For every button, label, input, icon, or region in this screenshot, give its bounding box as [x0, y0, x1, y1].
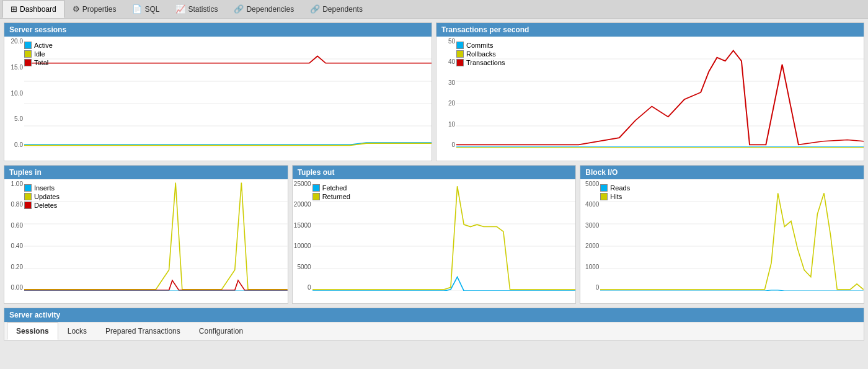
transactions-svg-area: [456, 37, 864, 148]
block-io-legend: Reads Hits: [600, 184, 630, 200]
tab-sql[interactable]: 📄 SQL: [124, 0, 167, 18]
tuples-in-svg: [24, 179, 288, 291]
tuples-in-y-axis: 1.00 0.80 0.60 0.40 0.20 0.00: [4, 179, 24, 291]
tuples-out-svg: [312, 179, 576, 291]
legend-deletes-box: [24, 202, 32, 209]
tab-dashboard-label: Dashboard: [20, 5, 56, 14]
legend-fetched-box: [312, 184, 320, 192]
legend-hits-box: [600, 193, 608, 200]
block-io-svg: [600, 179, 864, 291]
charts-bottom-row: Tuples in 1.00 0.80 0.60 0.40 0.20 0.00 …: [4, 165, 864, 304]
legend-reads: Reads: [600, 184, 630, 192]
tuples-in-panel: Tuples in 1.00 0.80 0.60 0.40 0.20 0.00 …: [4, 165, 288, 304]
dependents-icon: 🔗: [310, 4, 320, 14]
server-sessions-body: 20.0 15.0 10.0 5.0 0.0 Active Idle: [4, 37, 432, 161]
tab-dependencies[interactable]: 🔗 Dependencies: [226, 0, 302, 18]
tab-dashboard[interactable]: ⊞ Dashboard: [2, 0, 64, 18]
legend-hits: Hits: [600, 193, 630, 200]
legend-active: Active: [24, 42, 53, 49]
block-io-title: Block I/O: [585, 168, 618, 177]
main-content: Server sessions 20.0 15.0 10.0 5.0 0.0 A…: [0, 19, 868, 344]
legend-returned: Returned: [312, 193, 350, 200]
tab-locks[interactable]: Locks: [58, 322, 96, 340]
transactions-y-axis: 50 40 30 20 10 0: [436, 37, 456, 148]
legend-idle-box: [24, 50, 32, 58]
tuples-out-panel: Tuples out 25000 20000 15000 10000 5000 …: [292, 165, 577, 304]
block-io-body: 5000 4000 3000 2000 1000 0 Reads Hits: [580, 179, 864, 303]
tab-properties[interactable]: ⚙ Properties: [64, 0, 125, 18]
tab-statistics[interactable]: 📈 Statistics: [167, 0, 226, 18]
block-io-y-axis: 5000 4000 3000 2000 1000 0: [580, 179, 600, 291]
tab-dependents-label: Dependents: [322, 5, 363, 14]
transactions-title: Transactions per second: [441, 25, 529, 34]
dependencies-icon: 🔗: [234, 4, 244, 14]
transactions-header: Transactions per second: [436, 23, 864, 37]
transactions-body: 50 40 30 20 10 0 Commits Rollbacks: [436, 37, 864, 161]
legend-commits-box: [456, 42, 464, 49]
server-sessions-legend: Active Idle Total: [24, 42, 53, 66]
tab-statistics-label: Statistics: [188, 5, 218, 14]
legend-transactions: Transactions: [456, 59, 505, 66]
legend-inserts-box: [24, 184, 32, 192]
server-activity-panel: Server activity Sessions Locks Prepared …: [4, 308, 864, 340]
server-activity-tabs: Sessions Locks Prepared Transactions Con…: [4, 322, 864, 340]
tuples-in-title: Tuples in: [9, 168, 42, 177]
legend-deletes: Deletes: [24, 202, 60, 209]
legend-transactions-box: [456, 59, 464, 66]
tab-configuration[interactable]: Configuration: [190, 322, 252, 340]
tab-sql-label: SQL: [144, 5, 159, 14]
block-io-header: Block I/O: [580, 166, 864, 179]
server-activity-header: Server activity: [4, 308, 864, 322]
top-navigation: ⊞ Dashboard ⚙ Properties 📄 SQL 📈 Statist…: [0, 0, 868, 19]
tab-prepared-transactions[interactable]: Prepared Transactions: [96, 322, 190, 340]
tab-properties-label: Properties: [82, 5, 117, 14]
legend-fetched: Fetched: [312, 184, 350, 192]
server-sessions-y-axis: 20.0 15.0 10.0 5.0 0.0: [4, 37, 24, 148]
server-activity-title: Server activity: [9, 311, 60, 319]
tuples-out-title: Tuples out: [298, 168, 335, 177]
tuples-in-legend: Inserts Updates Deletes: [24, 184, 60, 209]
legend-total-box: [24, 59, 32, 66]
transactions-panel: Transactions per second 50 40 30 20 10 0…: [436, 22, 864, 161]
legend-inserts: Inserts: [24, 184, 60, 192]
tuples-out-legend: Fetched Returned: [312, 184, 350, 200]
properties-icon: ⚙: [73, 4, 80, 14]
legend-active-box: [24, 42, 32, 49]
tab-dependencies-label: Dependencies: [246, 5, 294, 14]
transactions-legend: Commits Rollbacks Transactions: [456, 42, 505, 66]
tuples-out-y-axis: 25000 20000 15000 10000 5000 0: [293, 179, 312, 291]
tuples-out-header: Tuples out: [293, 166, 576, 179]
tuples-in-header: Tuples in: [4, 166, 288, 179]
legend-returned-box: [312, 193, 320, 200]
legend-commits: Commits: [456, 42, 505, 49]
tuples-in-svg-area: [24, 179, 288, 291]
legend-updates-box: [24, 193, 32, 200]
server-sessions-svg: [24, 37, 432, 148]
server-sessions-svg-area: [24, 37, 432, 148]
tab-sessions[interactable]: Sessions: [7, 322, 58, 340]
sql-icon: 📄: [132, 4, 142, 14]
legend-reads-box: [600, 184, 608, 192]
server-sessions-panel: Server sessions 20.0 15.0 10.0 5.0 0.0 A…: [4, 22, 432, 161]
tuples-out-body: 25000 20000 15000 10000 5000 0 Fetched R…: [293, 179, 576, 303]
tuples-in-body: 1.00 0.80 0.60 0.40 0.20 0.00 Inserts Up…: [4, 179, 288, 303]
charts-top-row: Server sessions 20.0 15.0 10.0 5.0 0.0 A…: [4, 22, 864, 161]
block-io-panel: Block I/O 5000 4000 3000 2000 1000 0 Rea…: [580, 165, 864, 304]
legend-total: Total: [24, 59, 53, 66]
legend-updates: Updates: [24, 193, 60, 200]
legend-rollbacks: Rollbacks: [456, 50, 505, 58]
dashboard-icon: ⊞: [11, 4, 17, 14]
statistics-icon: 📈: [175, 4, 185, 14]
server-sessions-header: Server sessions: [4, 23, 432, 37]
tab-dependents[interactable]: 🔗 Dependents: [302, 0, 371, 18]
transactions-svg: [456, 37, 864, 148]
legend-idle: Idle: [24, 50, 53, 58]
legend-rollbacks-box: [456, 50, 464, 58]
block-io-svg-area: [600, 179, 864, 291]
server-sessions-title: Server sessions: [9, 25, 66, 34]
tuples-out-svg-area: [312, 179, 576, 291]
